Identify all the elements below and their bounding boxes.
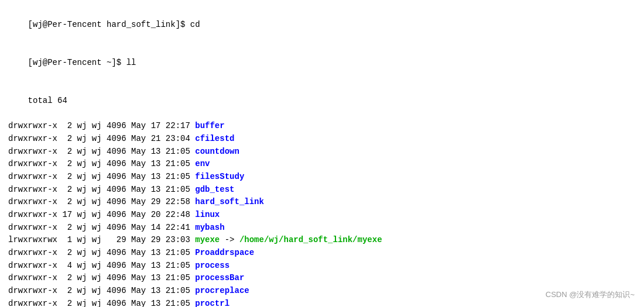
list-item: drwxrwxr-x 2 wj wj 4096 May 13 21:05 env — [8, 158, 636, 171]
terminal-line: [wj@Per-Tencent hard_soft_link]$ cd — [8, 6, 636, 44]
list-item: drwxrwxr-x 2 wj wj 4096 May 21 23:04 cfi… — [8, 133, 636, 146]
list-item: drwxrwxr-x 2 wj wj 4096 May 13 21:05 gdb… — [8, 184, 636, 196]
terminal-window: [wj@Per-Tencent hard_soft_link]$ cd [wj@… — [0, 0, 644, 307]
list-item: drwxrwxr-x 2 wj wj 4096 May 13 21:05 pro… — [8, 298, 636, 307]
total-text: total 64 — [28, 96, 67, 105]
list-item: drwxrwxr-x 2 wj wj 4096 May 17 22:17 buf… — [8, 120, 636, 133]
list-item: lrwxrwxrwx 1 wj wj 29 May 29 23:03 myexe… — [8, 234, 636, 247]
list-item: drwxrwxr-x 17 wj wj 4096 May 20 22:48 li… — [8, 209, 636, 222]
list-item: drwxrwxr-x 4 wj wj 4096 May 13 21:05 pro… — [8, 260, 636, 272]
list-item: drwxrwxr-x 2 wj wj 4096 May 13 21:05 cou… — [8, 146, 636, 158]
list-item: drwxrwxr-x 2 wj wj 4096 May 13 21:05 pro… — [8, 285, 636, 298]
terminal-line: [wj@Per-Tencent ~]$ ll — [8, 44, 636, 82]
list-item: drwxrwxr-x 2 wj wj 4096 May 13 21:05 pro… — [8, 272, 636, 285]
list-item: drwxrwxr-x 2 wj wj 4096 May 29 22:58 har… — [8, 196, 636, 209]
list-item: drwxrwxr-x 2 wj wj 4096 May 13 21:05 fil… — [8, 171, 636, 184]
terminal-line: total 64 — [8, 82, 636, 120]
list-item: drwxrwxr-x 2 wj wj 4096 May 14 22:41 myb… — [8, 222, 636, 234]
watermark: CSDN @没有难学的知识~ — [546, 289, 635, 300]
list-item: drwxrwxr-x 2 wj wj 4096 May 13 21:05 Pro… — [8, 247, 636, 260]
prompt-text: [wj@Per-Tencent ~]$ ll — [28, 58, 136, 67]
prompt-text: [wj@Per-Tencent hard_soft_link]$ cd — [28, 20, 200, 29]
